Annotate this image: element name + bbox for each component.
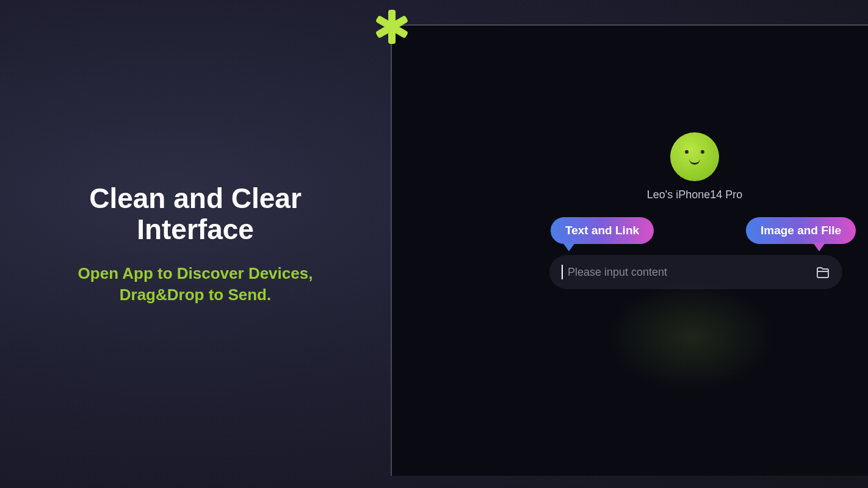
text-and-link-label: Text and Link: [565, 224, 639, 237]
ambient-glow: [606, 282, 776, 392]
folder-icon[interactable]: [816, 265, 830, 279]
text-cursor-icon: [562, 265, 563, 279]
smiley-face-icon: [679, 148, 710, 166]
tooltip-tail-icon: [563, 243, 575, 251]
asterisk-icon: [374, 9, 410, 45]
text-and-link-button[interactable]: Text and Link: [551, 217, 654, 244]
content-input[interactable]: Please input content: [549, 255, 842, 289]
marketing-left-panel: Clean and Clear Interface Open App to Di…: [61, 183, 330, 306]
app-window: Leo's iPhone14 Pro Text and Link Image a…: [391, 24, 868, 476]
subheadline-text: Open App to Discover Devices, Drag&Drop …: [61, 263, 330, 306]
input-placeholder-text: Please input content: [568, 266, 816, 279]
image-and-file-label: Image and File: [761, 224, 841, 237]
device-name-label: Leo's iPhone14 Pro: [624, 187, 765, 203]
image-and-file-button[interactable]: Image and File: [746, 217, 856, 244]
device-avatar[interactable]: [670, 132, 719, 181]
headline-text: Clean and Clear Interface: [61, 183, 330, 245]
tooltip-tail-icon: [813, 243, 825, 251]
